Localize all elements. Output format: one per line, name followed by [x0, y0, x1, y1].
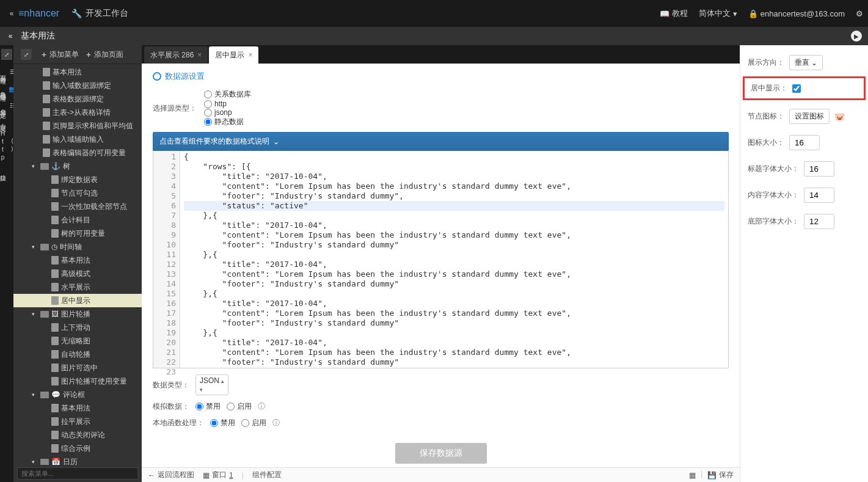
source-type-radio[interactable]: http: [204, 100, 251, 108]
icon-size-input[interactable]: [789, 135, 820, 150]
tree-file[interactable]: 上下滑动: [13, 321, 142, 334]
file-icon: [51, 337, 59, 345]
settings-icon[interactable]: ⚙: [856, 9, 863, 18]
tree-file[interactable]: 综合示例: [13, 442, 142, 455]
workbench-link[interactable]: 🔧 开发工作台: [71, 8, 128, 19]
save-datasource-button[interactable]: 保存数据源: [395, 443, 487, 464]
file-icon: [43, 135, 50, 144]
tree-folder[interactable]: ▾◷时间轴: [13, 240, 142, 254]
tree-label: 基本用法: [61, 403, 90, 414]
tree-file[interactable]: 自动轮播: [13, 348, 142, 361]
footer-save-button[interactable]: 💾 保存: [707, 470, 734, 480]
file-icon: [51, 283, 59, 291]
tree-file[interactable]: 高级模式: [13, 267, 142, 280]
direction-select[interactable]: 垂直⌄: [789, 55, 823, 70]
file-icon: [43, 81, 50, 90]
format-help-banner[interactable]: 点击查看组件要求的数据格式说明 ⌄: [153, 132, 729, 151]
source-type-radio[interactable]: jsonp: [204, 108, 251, 117]
tree-file[interactable]: 页脚显示求和值和平均值: [13, 119, 142, 133]
chevron-down-icon: ⌄: [811, 59, 817, 67]
tree-file[interactable]: 输入域辅助输入: [13, 133, 142, 146]
collapse-sub-icon[interactable]: «: [4, 32, 17, 40]
tree-label: 树的可用变量: [61, 228, 105, 239]
tab-label: 水平展示 286: [150, 50, 194, 60]
tree-file[interactable]: 主表->从表格详情: [13, 106, 142, 119]
chevron-down-icon: ▾: [733, 9, 737, 18]
node-icon-select[interactable]: 设置图标: [789, 109, 830, 124]
file-icon: [51, 431, 59, 439]
info-icon[interactable]: ⓘ: [258, 401, 265, 412]
tree-file[interactable]: 树的可用变量: [13, 227, 142, 240]
user-menu[interactable]: 🔒 enhancertest@163.com: [748, 9, 845, 18]
tree-file[interactable]: 无缩略图: [13, 334, 142, 348]
tree-file[interactable]: 基本用法: [13, 401, 142, 415]
localfn-disable-radio[interactable]: 禁用: [210, 418, 235, 428]
tree-file[interactable]: 图片可选中: [13, 361, 142, 374]
chevron-down-icon: ▾: [32, 161, 38, 172]
language-switch[interactable]: 简体中文▾: [699, 8, 737, 19]
expand-sidebar-icon[interactable]: ⤢: [21, 49, 32, 60]
tree-label: 输入域辅助输入: [53, 134, 104, 145]
folder-icon: [40, 244, 49, 250]
footer-size-input[interactable]: [804, 214, 834, 229]
datasource-settings-header[interactable]: 数据源设置: [153, 71, 729, 82]
source-type-radio[interactable]: 关系数据库: [204, 89, 251, 100]
tree-folder[interactable]: ▾🖼图片轮播: [13, 307, 142, 321]
sidebar-search-input[interactable]: [17, 467, 138, 480]
expand-icon[interactable]: ⤢: [1, 49, 12, 60]
mock-enable-radio[interactable]: 启用: [227, 401, 252, 412]
folder-icon: [40, 392, 49, 398]
tree-file[interactable]: 水平展示: [13, 280, 142, 294]
collapse-left-icon[interactable]: «: [5, 9, 18, 18]
localfn-enable-radio[interactable]: 启用: [241, 418, 266, 428]
grid-view-icon[interactable]: ▦: [689, 470, 696, 480]
source-type-radio[interactable]: 静态数据: [204, 117, 251, 127]
window-tab[interactable]: ▦ 窗口 1: [203, 470, 233, 480]
tree-folder[interactable]: ▾💬评论框: [13, 388, 142, 401]
direction-label: 展示方向：: [748, 57, 784, 68]
data-type-select[interactable]: JSON ▴▾: [195, 374, 228, 395]
tree-file[interactable]: 居中显示: [13, 294, 142, 307]
code-editor[interactable]: 1234567891011121314151617181920212223 { …: [153, 151, 729, 368]
folder-icon: [40, 163, 49, 170]
tree-file[interactable]: 绑定数据表: [13, 173, 142, 186]
file-icon: [51, 404, 59, 412]
piggy-icon: 🐷: [834, 112, 845, 122]
center-display-checkbox[interactable]: [792, 84, 801, 93]
tree-file[interactable]: 图片轮播可使用变量: [13, 374, 142, 388]
info-icon[interactable]: ⓘ: [272, 418, 280, 428]
add-page-button[interactable]: ＋添加页面: [85, 49, 123, 60]
tree-file[interactable]: 基本用法: [13, 65, 142, 79]
play-icon[interactable]: ▶: [851, 31, 862, 42]
tree-file[interactable]: 动态关闭评论: [13, 428, 142, 442]
title-size-input[interactable]: [804, 161, 834, 177]
tree-label: 会计科目: [61, 214, 90, 225]
back-button[interactable]: ← 返回流程图: [148, 470, 194, 480]
content-size-input[interactable]: [804, 188, 834, 203]
close-icon[interactable]: ×: [197, 51, 202, 59]
tree-file[interactable]: 一次性加载全部节点: [13, 200, 142, 213]
widget-config-tab[interactable]: 组件配置: [252, 470, 282, 480]
tab-label: 居中显示: [215, 50, 244, 60]
tab[interactable]: 水平展示 286×: [144, 46, 208, 64]
add-menu-button[interactable]: ＋添加菜单: [40, 49, 79, 60]
close-icon[interactable]: ×: [248, 51, 252, 59]
tree-folder[interactable]: ▾⚓树: [13, 159, 142, 173]
tree-file[interactable]: 拉平展示: [13, 415, 142, 428]
tree-label: 综合示例: [61, 443, 90, 454]
tree-file[interactable]: 表格数据源绑定: [13, 92, 142, 106]
tab[interactable]: 居中显示×: [209, 46, 258, 64]
folder-icon: [40, 311, 49, 318]
chevron-down-icon: ▾: [32, 389, 38, 400]
tree-file[interactable]: 输入域数据源绑定: [13, 79, 142, 92]
tutorials-link[interactable]: 📖 教程: [660, 8, 688, 19]
file-icon: [43, 68, 50, 76]
tree-file[interactable]: 基本用法: [13, 254, 142, 267]
tree-file[interactable]: 表格编辑器的可用变量: [13, 146, 142, 159]
mock-disable-radio[interactable]: 禁用: [195, 401, 221, 412]
mock-data-label: 模拟数据：: [153, 401, 189, 412]
book-icon: 📖: [660, 9, 669, 18]
tree-label: 输入域数据源绑定: [53, 80, 111, 91]
tree-file[interactable]: 节点可勾选: [13, 186, 142, 200]
tree-file[interactable]: 会计科目: [13, 213, 142, 227]
